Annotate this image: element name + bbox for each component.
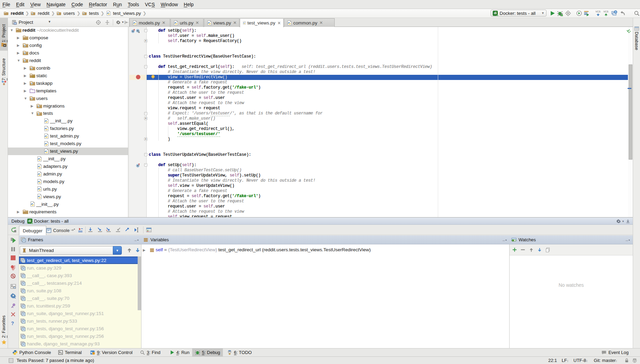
svg-text:VCS: VCS bbox=[595, 10, 601, 13]
svg-text:VCS: VCS bbox=[603, 10, 609, 13]
